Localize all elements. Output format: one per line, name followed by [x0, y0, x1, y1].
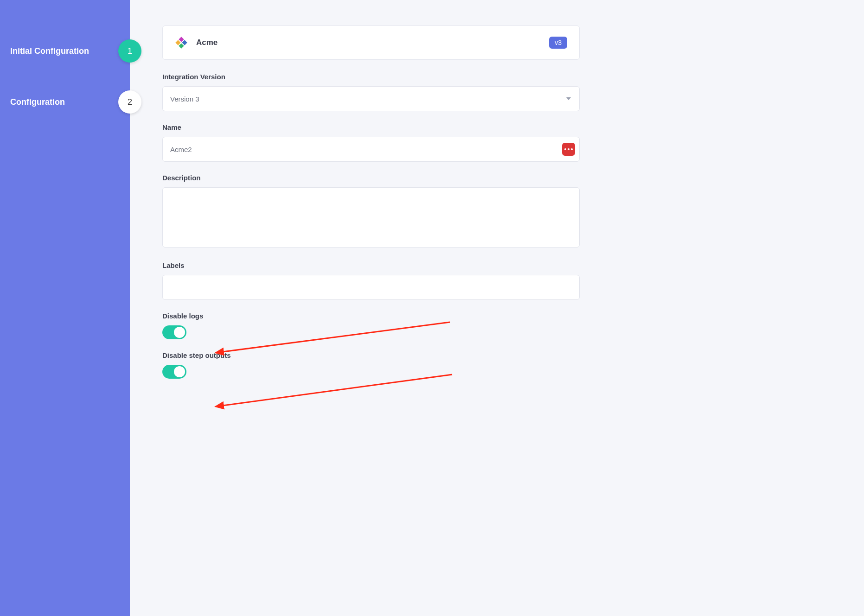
integration-logo-icon — [175, 36, 188, 49]
svg-rect-0 — [179, 37, 184, 42]
labels-label: Labels — [162, 261, 580, 269]
integration-title: Acme — [196, 38, 549, 47]
step-number-badge: 2 — [118, 90, 141, 114]
step-number-badge: 1 — [118, 39, 141, 63]
name-input[interactable] — [162, 137, 580, 162]
labels-input[interactable] — [162, 275, 580, 300]
field-labels: Labels — [162, 261, 580, 300]
password-manager-icon[interactable] — [562, 143, 575, 156]
version-badge: v3 — [549, 37, 567, 49]
step-label: Initial Configuration — [10, 46, 89, 56]
svg-rect-3 — [179, 43, 184, 48]
description-label: Description — [162, 174, 580, 182]
main-panel: Acme v3 Integration Version Version 3 Na… — [130, 0, 864, 616]
chevron-down-icon — [566, 97, 571, 100]
svg-rect-1 — [182, 40, 187, 45]
svg-rect-2 — [175, 40, 180, 45]
description-textarea[interactable] — [162, 187, 580, 248]
integration-version-label: Integration Version — [162, 73, 580, 81]
disable-logs-toggle[interactable] — [162, 325, 186, 339]
toggle-knob-icon — [174, 327, 185, 338]
step-label: Configuration — [10, 97, 65, 107]
integration-version-selected: Version 3 — [170, 95, 199, 103]
toggle-knob-icon — [174, 366, 185, 377]
field-disable-step-outputs: Disable step outputs — [162, 351, 580, 379]
name-label: Name — [162, 123, 580, 131]
disable-step-outputs-label: Disable step outputs — [162, 351, 580, 359]
field-description: Description — [162, 174, 580, 249]
field-name: Name — [162, 123, 580, 162]
annotation-arrow-icon — [216, 375, 452, 406]
wizard-sidebar: Initial Configuration 1 Configuration 2 — [0, 0, 130, 616]
step-configuration[interactable]: Configuration 2 — [0, 76, 130, 127]
integration-header-card: Acme v3 — [162, 25, 580, 60]
disable-logs-label: Disable logs — [162, 312, 580, 320]
disable-step-outputs-toggle[interactable] — [162, 365, 186, 379]
step-initial-configuration[interactable]: Initial Configuration 1 — [0, 25, 130, 76]
integration-version-select[interactable]: Version 3 — [162, 86, 580, 111]
field-disable-logs: Disable logs — [162, 312, 580, 339]
field-integration-version: Integration Version Version 3 — [162, 73, 580, 111]
